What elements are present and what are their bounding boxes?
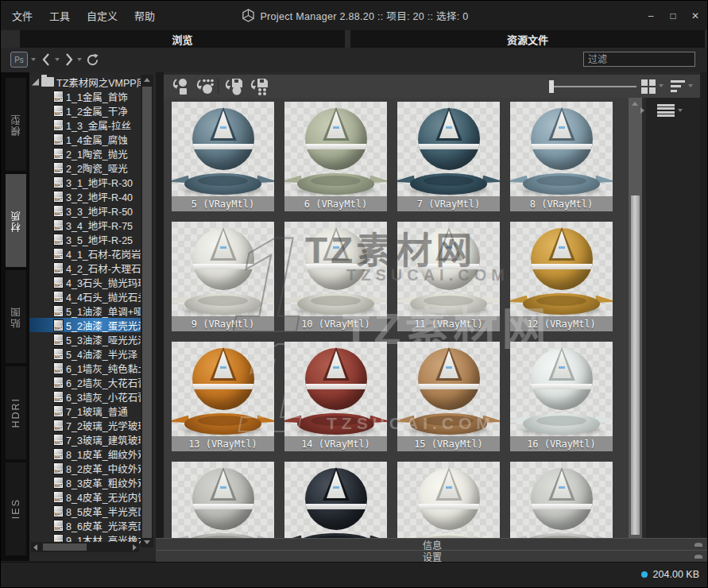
- scroll-up-icon[interactable]: [144, 78, 150, 82]
- tree-item[interactable]: MAT 4_3石头_抛光玛瑙: [29, 275, 141, 289]
- category-tab[interactable]: 材质: [6, 174, 26, 267]
- tree-scroll-thumb[interactable]: [142, 87, 152, 538]
- category-tab[interactable]: 贴图: [6, 270, 26, 363]
- expand-panel-icon[interactable]: [694, 543, 702, 547]
- tree-item[interactable]: MAT 8_3皮革_粗纹外观: [29, 475, 141, 489]
- panel-collapse-icon[interactable]: [640, 107, 644, 114]
- refresh-icon[interactable]: [85, 52, 100, 68]
- expander-icon[interactable]: [32, 79, 39, 86]
- pick-material-icon[interactable]: [193, 77, 215, 96]
- tree-item[interactable]: MAT 4_4石头_抛光石头: [29, 289, 141, 304]
- tree-item[interactable]: MAT 5_3油漆_哑光光泽: [29, 332, 141, 346]
- tree-item[interactable]: MAT 3_5_地坪-R-25: [29, 232, 141, 246]
- tab-asset-files[interactable]: 资源文件: [350, 30, 705, 48]
- tree-hscroll-thumb[interactable]: [43, 544, 87, 551]
- tree-item[interactable]: MAT 1_1金属_首饰: [29, 89, 141, 103]
- grid-vertical-scrollbar[interactable]: [629, 98, 642, 538]
- thumbnail-size-slider[interactable]: [551, 86, 636, 87]
- apply-material-icon[interactable]: [169, 77, 192, 96]
- expand-panel-icon[interactable]: [694, 555, 702, 559]
- tree-item[interactable]: MAT 3_1_地坪-R-30: [29, 175, 141, 189]
- category-tab[interactable]: IES: [6, 462, 26, 555]
- sort-icon[interactable]: [671, 80, 685, 92]
- panel-menu-icon[interactable]: [657, 104, 675, 117]
- material-card[interactable]: 13 (VRayMtl): [172, 342, 274, 451]
- tree-item[interactable]: MAT 5_2油漆_蛋壳光泽: [29, 318, 141, 332]
- grid-scroll-thumb[interactable]: [631, 195, 640, 535]
- material-card[interactable]: 15 (VRayMtl): [397, 342, 500, 451]
- material-card[interactable]: 6 (VRayMtl): [284, 102, 387, 211]
- tree-horizontal-scrollbar[interactable]: [31, 542, 139, 552]
- settings-panel-header[interactable]: 设置: [156, 550, 708, 562]
- material-card[interactable]: [510, 462, 613, 538]
- tab-browse[interactable]: 浏览: [20, 30, 345, 48]
- tree-item[interactable]: MAT 3_4_地坪-R-75: [29, 218, 141, 232]
- photoshop-dropdown-caret-icon[interactable]: [31, 58, 36, 61]
- tree-item[interactable]: MAT 2_1陶瓷_抛光: [29, 146, 141, 161]
- category-tab[interactable]: HDRI: [6, 366, 26, 459]
- tree-item[interactable]: MAT 2_2陶瓷_哑光: [29, 161, 141, 175]
- material-card[interactable]: [284, 462, 387, 538]
- menu-item[interactable]: 帮助: [134, 8, 155, 23]
- tree-item[interactable]: MAT 1_3_金属-拉丝: [29, 118, 141, 132]
- back-button[interactable]: [41, 52, 52, 67]
- panel-splitter[interactable]: [156, 72, 164, 561]
- save-material-icon[interactable]: [222, 77, 245, 96]
- tree-item[interactable]: MAT 8_6皮革_光泽亮面: [29, 518, 141, 532]
- scroll-right-icon[interactable]: [133, 544, 137, 551]
- tree-item[interactable]: MAT 8_1皮革_细纹外观: [29, 447, 141, 461]
- minimize-button[interactable]: –: [645, 10, 656, 21]
- material-card[interactable]: 11 (VRayMtl): [397, 222, 500, 331]
- category-tab[interactable]: 模型: [6, 78, 26, 171]
- tree-item[interactable]: MAT 3_2_地坪-R-40: [29, 189, 141, 203]
- tree-item[interactable]: MAT 1_2金属_干净: [29, 103, 141, 118]
- forward-dropdown-caret-icon[interactable]: [77, 58, 82, 61]
- close-button[interactable]: ✕: [690, 10, 701, 21]
- material-card[interactable]: [397, 462, 500, 538]
- tree-root-folder[interactable]: TZ素材网之VMPP库: [29, 75, 141, 89]
- tree-item[interactable]: MAT 7_1玻璃_普通: [29, 404, 141, 418]
- material-card[interactable]: 16 (VRayMtl): [510, 342, 613, 451]
- tree-item[interactable]: MAT 8_4皮革_无光内饰: [29, 489, 141, 504]
- info-panel-header[interactable]: 信息: [156, 538, 708, 550]
- tree-item[interactable]: MAT 4_2_石材-大理石: [29, 261, 141, 275]
- tree-item[interactable]: MAT 7_2玻璃_光学玻璃: [29, 418, 141, 432]
- material-card[interactable]: 9 (VRayMtl): [172, 222, 274, 331]
- tree-item[interactable]: MAT 6_2墙灰_大花石膏: [29, 375, 141, 389]
- tree-item[interactable]: MAT 3_3_地坪-R-50: [29, 203, 141, 218]
- menu-item[interactable]: 文件: [12, 8, 33, 23]
- tree-item[interactable]: MAT 6_1墙灰_纯色黏土: [29, 361, 141, 375]
- thumbnail-size-slider-handle[interactable]: [549, 80, 554, 93]
- scroll-up-icon[interactable]: [632, 102, 638, 106]
- photoshop-button[interactable]: Ps: [10, 52, 28, 68]
- scroll-left-icon[interactable]: [33, 544, 37, 551]
- material-card[interactable]: 14 (VRayMtl): [284, 342, 387, 451]
- tree-item[interactable]: MAT 4_1_石材-花岗岩: [29, 246, 141, 261]
- forward-button[interactable]: [64, 52, 75, 67]
- grid-view-icon[interactable]: [641, 79, 656, 94]
- sort-caret-icon[interactable]: [688, 84, 693, 87]
- tree-item[interactable]: MAT 5_4油漆_半光泽: [29, 346, 141, 361]
- menu-item[interactable]: 工具: [49, 8, 70, 23]
- material-card[interactable]: 5 (VRayMtl): [172, 102, 274, 211]
- tree-item[interactable]: MAT 5_1油漆_单调+哑光: [29, 304, 141, 318]
- tree-item[interactable]: MAT 6_3墙灰_小花石膏: [29, 389, 141, 404]
- panel-menu-caret-icon[interactable]: [678, 109, 683, 112]
- scroll-down-icon[interactable]: [144, 540, 150, 544]
- back-dropdown-caret-icon[interactable]: [55, 58, 60, 61]
- tree-item[interactable]: MAT 8_2皮革_中纹外观: [29, 461, 141, 475]
- save-all-materials-icon[interactable]: [248, 77, 270, 96]
- menu-item[interactable]: 自定义: [87, 8, 118, 23]
- material-card[interactable]: 12 (VRayMtl): [510, 222, 613, 331]
- tree-item[interactable]: MAT 1_4金属_腐蚀: [29, 132, 141, 146]
- material-card[interactable]: 10 (VRayMtl): [284, 222, 387, 331]
- grid-view-caret-icon[interactable]: [659, 84, 664, 87]
- filter-input[interactable]: [583, 52, 695, 67]
- material-card[interactable]: 8 (VRayMtl): [510, 102, 613, 211]
- material-card[interactable]: [172, 462, 274, 538]
- material-card[interactable]: 7 (VRayMtl): [397, 102, 500, 211]
- tree-item[interactable]: MAT 8_5皮革_半光亮面: [29, 504, 141, 518]
- tree-vertical-scrollbar[interactable]: [141, 75, 153, 547]
- maximize-button[interactable]: □: [667, 10, 679, 21]
- tree-item[interactable]: MAT 7_3玻璃_建筑玻璃: [29, 432, 141, 447]
